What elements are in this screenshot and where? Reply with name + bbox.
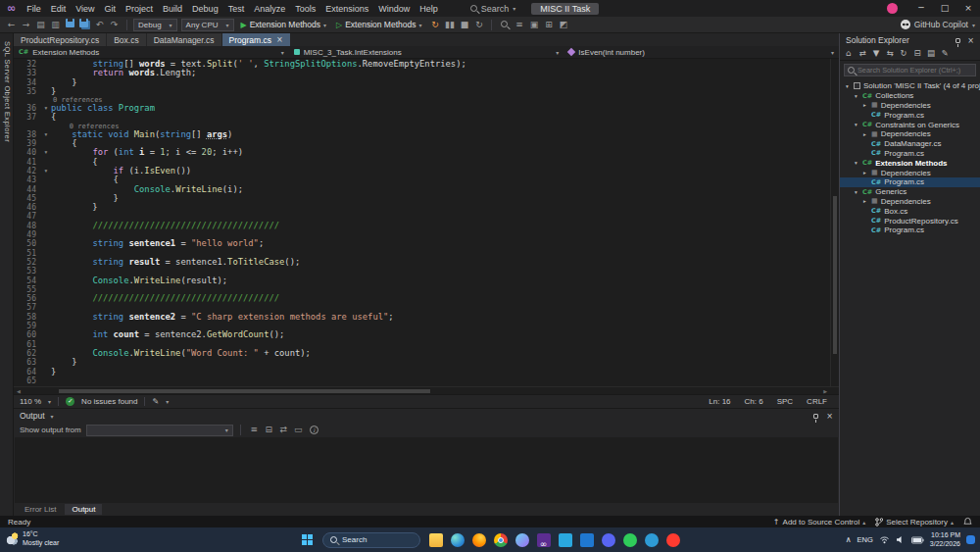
- navigate-back-icon[interactable]: ←: [5, 18, 18, 32]
- tree-expanded-icon[interactable]: ▾: [853, 160, 859, 166]
- tree-item[interactable]: C#Program.cs: [840, 110, 980, 120]
- switch-views-icon[interactable]: ⇄: [857, 46, 868, 61]
- tree-expanded-icon[interactable]: ▾: [853, 93, 859, 99]
- line-indicator[interactable]: Ln: 16: [709, 397, 730, 406]
- tree-expanded-icon[interactable]: ▾: [853, 122, 859, 127]
- menu-tools[interactable]: Tools: [290, 4, 320, 14]
- code-line[interactable]: 37{: [14, 113, 830, 122]
- tree-item[interactable]: C#ProductRepository.cs: [840, 216, 980, 226]
- code-line[interactable]: 34 }: [14, 78, 830, 87]
- minimize-button[interactable]: ─: [909, 0, 933, 17]
- menu-help[interactable]: Help: [415, 4, 443, 14]
- close-icon[interactable]: ×: [826, 412, 833, 421]
- close-icon[interactable]: ×: [276, 35, 283, 44]
- info-icon[interactable]: i: [310, 426, 318, 434]
- tree-item[interactable]: C#DataManager.cs: [840, 139, 980, 149]
- break-all-icon[interactable]: ▮▮: [443, 18, 456, 32]
- close-button[interactable]: ×: [956, 0, 980, 17]
- code-line[interactable]: 40▾ for (int i = 1; i <= 20; i++): [14, 148, 830, 157]
- sync-with-active-document-icon[interactable]: ⇆: [884, 46, 896, 61]
- tree-item[interactable]: C#Program.cs: [840, 149, 980, 159]
- restart-icon[interactable]: ↻: [472, 18, 485, 32]
- menu-view[interactable]: View: [71, 4, 99, 14]
- taskbar-app-firefox[interactable]: [469, 530, 488, 549]
- stop-icon[interactable]: ■: [458, 18, 470, 32]
- taskbar-app-discord[interactable]: [599, 530, 617, 549]
- menu-window[interactable]: Window: [373, 4, 415, 14]
- taskbar-clock[interactable]: 10:16 PM 3/22/2026: [930, 531, 960, 548]
- spaces-indicator[interactable]: SPC: [777, 397, 793, 406]
- save-icon[interactable]: [64, 18, 76, 32]
- navigate-forward-icon[interactable]: →: [20, 18, 32, 32]
- tree-item[interactable]: ▸▦Dependencies: [840, 101, 980, 111]
- code-line[interactable]: 60 int count = sentence2.GetWordCount();: [14, 330, 830, 339]
- edit-mode-icon[interactable]: ✎: [152, 397, 159, 406]
- line-ending-indicator[interactable]: CRLF: [807, 397, 827, 406]
- code-line[interactable]: 45 }: [14, 194, 830, 203]
- notification-badge[interactable]: [966, 535, 975, 544]
- maximize-button[interactable]: □: [933, 0, 956, 17]
- tree-item[interactable]: ▸▦Dependencies: [840, 197, 980, 207]
- panel-tab-error-list[interactable]: Error List: [18, 504, 63, 515]
- scroll-right-icon[interactable]: ▶: [823, 387, 827, 395]
- scroll-left-icon[interactable]: ◀: [17, 387, 21, 395]
- solution-search-input[interactable]: [858, 66, 972, 75]
- tree-item[interactable]: ▾C#Collections: [840, 91, 980, 101]
- pin-icon[interactable]: [813, 414, 818, 419]
- code-line[interactable]: 48 ////////////////////////////////////: [14, 222, 830, 230]
- taskbar-app-copilot[interactable]: [513, 530, 531, 549]
- chevron-down-icon[interactable]: ▾: [51, 413, 54, 420]
- home-icon[interactable]: ⌂: [843, 46, 855, 61]
- taskbar-app-whatsapp[interactable]: [620, 530, 639, 549]
- close-icon[interactable]: ×: [967, 36, 974, 45]
- tree-item[interactable]: ▾C#Extension Methods: [840, 158, 980, 168]
- menu-git[interactable]: Git: [100, 4, 122, 14]
- menu-build[interactable]: Build: [158, 4, 187, 14]
- vertical-scrollbar[interactable]: [830, 59, 839, 386]
- undo-icon[interactable]: ↶: [93, 18, 106, 32]
- weather-widget[interactable]: 16°C Mostly clear: [6, 529, 59, 547]
- code-line[interactable]: 56 ////////////////////////////////////: [14, 294, 830, 303]
- tree-collapsed-icon[interactable]: ▸: [861, 198, 868, 204]
- language-indicator[interactable]: ENG: [858, 535, 873, 544]
- code-line[interactable]: 54 Console.WriteLine(result);: [14, 276, 830, 285]
- battery-icon[interactable]: [911, 536, 924, 544]
- sql-server-object-explorer-tab[interactable]: SQL Server Object Explorer: [3, 33, 12, 142]
- scrollbar-thumb[interactable]: [59, 389, 430, 393]
- code-line[interactable]: 44 Console.WriteLine(i);: [14, 185, 830, 194]
- menu-test[interactable]: Test: [223, 4, 250, 14]
- taskbar-app-opera[interactable]: [663, 530, 682, 549]
- tree-item[interactable]: ▸▦Dependencies: [840, 168, 980, 177]
- add-to-source-control-button[interactable]: ↑ Add to Source Control ▴: [773, 518, 865, 527]
- save-all-icon[interactable]: [78, 18, 91, 32]
- start-debugging-button[interactable]: ▶ Extension Methods ▾: [238, 20, 329, 29]
- member-dropdown[interactable]: IsEven(int number) ▾: [564, 46, 839, 58]
- find-in-files-icon[interactable]: [498, 18, 511, 32]
- outline-icon[interactable]: ≡: [513, 18, 525, 32]
- tree-expanded-icon[interactable]: ▾: [844, 83, 851, 89]
- start-without-debugging-button[interactable]: ▷ Extension Methods ▾: [333, 20, 424, 29]
- tab-productrepository-cs[interactable]: ProductRepository.cs: [14, 33, 106, 46]
- menu-project[interactable]: Project: [121, 4, 158, 14]
- menu-file[interactable]: File: [22, 4, 46, 14]
- tab-datamanager-cs[interactable]: DataManager.cs: [147, 33, 221, 46]
- output-content[interactable]: [15, 437, 838, 503]
- pin-icon[interactable]: [956, 38, 960, 43]
- select-repository-button[interactable]: Select Repository ▴: [875, 518, 954, 527]
- horizontal-scrollbar[interactable]: ◀ ▶: [14, 386, 839, 394]
- code-line[interactable]: 33 return words.Length;: [14, 69, 830, 77]
- code-editor[interactable]: 32 string[] words = text.Split(' ', Stri…: [14, 59, 839, 386]
- scrollbar-thumb[interactable]: [833, 196, 837, 353]
- code-line[interactable]: 35}: [14, 87, 830, 96]
- open-file-icon[interactable]: ▥: [49, 18, 62, 32]
- taskbar-app-visual-studio[interactable]: [534, 530, 553, 549]
- tree-expanded-icon[interactable]: ▾: [853, 189, 859, 195]
- code-line[interactable]: 65: [14, 376, 830, 385]
- tree-item[interactable]: ▸▦Dependencies: [840, 129, 980, 139]
- live-share-icon[interactable]: ◩: [557, 18, 569, 32]
- start-button[interactable]: [298, 530, 317, 549]
- taskbar-app-phone-link[interactable]: [642, 530, 661, 549]
- fold-collapse-icon[interactable]: ▾: [41, 167, 51, 176]
- code-line[interactable]: 58 string sentence2 = "C sharp extension…: [14, 313, 830, 322]
- configuration-dropdown[interactable]: Debug ▾: [133, 19, 177, 31]
